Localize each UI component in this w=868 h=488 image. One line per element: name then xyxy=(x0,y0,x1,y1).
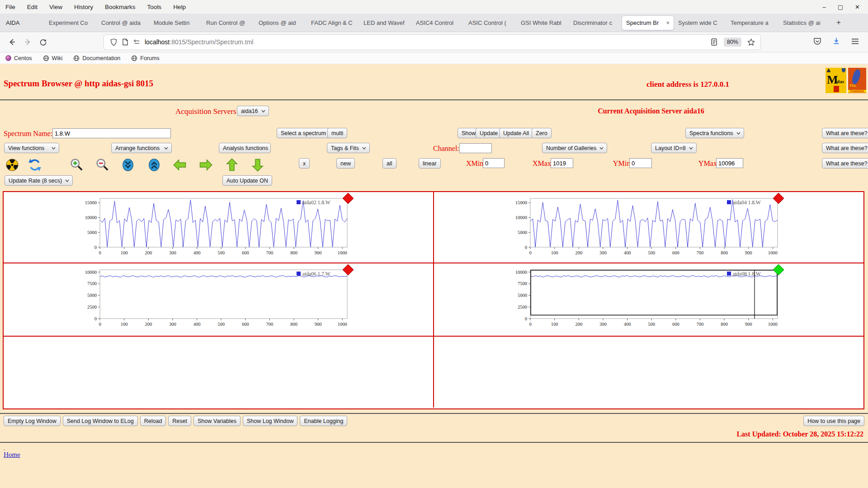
send-log-window-to-elog-button[interactable]: Send Log Window to ELog xyxy=(63,416,138,426)
chevron-down-icon xyxy=(689,147,693,150)
window-maximize-button[interactable]: ▢ xyxy=(838,4,843,10)
tab-label: Options @ aid xyxy=(259,19,296,26)
permissions-icon[interactable] xyxy=(131,39,143,45)
chart-cell-aida06[interactable]: 0250050007500100000100200300400500600700… xyxy=(4,263,434,337)
empty-log-window-button[interactable]: Empty Log Window xyxy=(4,416,61,426)
number-of-galleries-dropdown[interactable]: Number of Galleries xyxy=(542,143,607,153)
how-to-use-button[interactable]: How to use this page xyxy=(803,416,864,426)
new-button[interactable]: new xyxy=(336,158,355,169)
menu-bookmarks[interactable]: Bookmarks xyxy=(105,4,136,10)
layout-id-dropdown[interactable]: Layout ID=8 xyxy=(651,143,697,153)
bookmark-forums[interactable]: Forums xyxy=(131,55,159,61)
reset-button[interactable]: Reset xyxy=(168,416,191,426)
view-functions-dropdown[interactable]: View functions xyxy=(4,143,59,153)
url-text[interactable]: localhost:8015/Spectrum/Spectrum.tml xyxy=(145,38,708,46)
reader-mode-icon[interactable] xyxy=(708,38,720,46)
tab-temperature-a[interactable]: Temperature a xyxy=(726,15,779,30)
tab-aida[interactable]: AIDA xyxy=(2,15,45,30)
arrow-down-icon[interactable] xyxy=(251,158,264,172)
menu-help[interactable]: Help xyxy=(173,4,186,10)
back-button[interactable] xyxy=(5,35,20,49)
spectra-gallery-table: 0500010000150000100200300400500600700800… xyxy=(3,191,864,409)
pocket-icon[interactable] xyxy=(813,38,821,47)
chart-cell-aida02[interactable]: 0500010000150000100200300400500600700800… xyxy=(4,192,434,263)
linear-button[interactable]: linear xyxy=(419,158,441,169)
channel-input[interactable] xyxy=(459,143,492,153)
hamburger-menu-icon[interactable] xyxy=(851,38,859,47)
menu-history[interactable]: History xyxy=(74,4,93,10)
window-minimize-button[interactable]: – xyxy=(823,4,826,10)
chart-cell-aida04[interactable]: 0500010000150000100200300400500600700800… xyxy=(434,192,863,263)
compress-y-icon[interactable] xyxy=(121,158,135,172)
xmax-input[interactable] xyxy=(551,158,573,168)
spectra-functions-dropdown[interactable]: Spectra functions xyxy=(685,128,744,138)
arrow-right-icon[interactable] xyxy=(199,158,212,172)
x-button[interactable]: x xyxy=(299,158,310,169)
zoom-level-badge[interactable]: 80% xyxy=(724,38,741,47)
menu-edit[interactable]: Edit xyxy=(27,4,38,10)
tab-statistics-ai[interactable]: Statistics @ ai xyxy=(779,15,831,30)
enable-logging-button[interactable]: Enable Logging xyxy=(300,416,347,426)
forward-button[interactable] xyxy=(20,35,35,49)
tab-experiment-co[interactable]: Experiment Co xyxy=(45,15,97,30)
downloads-icon[interactable] xyxy=(832,37,840,47)
arrow-up-icon[interactable] xyxy=(225,158,239,172)
tags-fits-dropdown[interactable]: Tags & Fits xyxy=(327,143,370,153)
menu-view[interactable]: View xyxy=(49,4,62,10)
reload-button[interactable] xyxy=(35,35,51,49)
tab-gsi-white-rabl[interactable]: GSI White Rabl xyxy=(517,15,569,30)
bookmark-centos[interactable]: Centos xyxy=(5,55,32,61)
new-tab-button[interactable]: + xyxy=(831,18,846,27)
zoom-in-icon[interactable] xyxy=(70,158,84,172)
tab-options-aid[interactable]: Options @ aid xyxy=(255,15,307,30)
refresh-icon[interactable] xyxy=(28,158,42,172)
acquisition-server-select[interactable]: aida16 xyxy=(237,106,269,116)
show-variables-button[interactable]: Show Variables xyxy=(193,416,241,426)
what-are-these-button-1[interactable]: What are these? xyxy=(822,128,868,138)
zero-button[interactable]: Zero xyxy=(532,128,552,138)
window-close-button[interactable]: ✕ xyxy=(855,4,860,10)
tab-module-settin[interactable]: Module Settin xyxy=(150,15,202,30)
tab-control-aida[interactable]: Control @ aida xyxy=(97,15,150,30)
tab-asic4-control[interactable]: ASIC4 Control xyxy=(412,15,464,30)
svg-text:1000: 1000 xyxy=(768,322,778,327)
multi-button[interactable]: multi xyxy=(327,128,347,138)
tab-led-and-wavef[interactable]: LED and Wavef xyxy=(359,15,412,30)
reload-button[interactable]: Reload xyxy=(140,416,166,426)
tab-run-control[interactable]: Run Control @ xyxy=(202,15,255,30)
bookmark-documentation[interactable]: Documentation xyxy=(73,55,120,61)
all-button[interactable]: all xyxy=(382,158,396,169)
tab-asic-control[interactable]: ASIC Control ( xyxy=(464,15,517,30)
menu-file[interactable]: File xyxy=(5,4,15,10)
show-log-window-button[interactable]: Show Log Window xyxy=(243,416,298,426)
shield-icon[interactable] xyxy=(108,38,119,46)
bookmark-wiki[interactable]: Wiki xyxy=(43,55,63,61)
what-are-these-button-3[interactable]: What are these? xyxy=(822,158,868,169)
ymax-input[interactable] xyxy=(716,158,743,168)
arrow-left-icon[interactable] xyxy=(173,158,187,172)
arrange-functions-dropdown[interactable]: Arrange functions xyxy=(111,143,172,153)
analysis-functions-dropdown[interactable]: Analysis functions xyxy=(219,143,271,153)
chart-cell-aida08[interactable]: 0250050007500100000100200300400500600700… xyxy=(434,263,863,337)
update-button[interactable]: Update xyxy=(476,128,502,138)
tab-spectrum-br[interactable]: Spectrum Br× xyxy=(622,15,674,30)
tab-close-icon[interactable]: × xyxy=(663,19,670,26)
ymin-input[interactable] xyxy=(629,158,652,168)
update-all-button[interactable]: Update All xyxy=(499,128,533,138)
tab-discriminator-c[interactable]: Discriminator c xyxy=(569,15,622,30)
what-are-these-button-2[interactable]: What are these? xyxy=(822,143,868,153)
bookmark-star-icon[interactable] xyxy=(745,38,757,46)
page-info-icon[interactable] xyxy=(119,38,131,46)
spectrum-name-input[interactable] xyxy=(52,128,171,138)
expand-y-icon[interactable] xyxy=(147,158,161,172)
zoom-out-icon[interactable] xyxy=(96,158,109,172)
url-bar[interactable]: localhost:8015/Spectrum/Spectrum.tml 80% xyxy=(104,35,760,50)
radiation-icon[interactable] xyxy=(5,158,19,172)
update-rate-dropdown[interactable]: Update Rate (8 secs) xyxy=(5,175,73,186)
xmin-input[interactable] xyxy=(483,158,505,168)
auto-update-button[interactable]: Auto Update ON xyxy=(222,175,272,186)
home-link[interactable]: Home xyxy=(4,451,20,459)
tab-fadc-align-c[interactable]: FADC Align & C xyxy=(307,15,359,30)
tab-system-wide-c[interactable]: System wide C xyxy=(674,15,726,30)
menu-tools[interactable]: Tools xyxy=(147,4,162,10)
